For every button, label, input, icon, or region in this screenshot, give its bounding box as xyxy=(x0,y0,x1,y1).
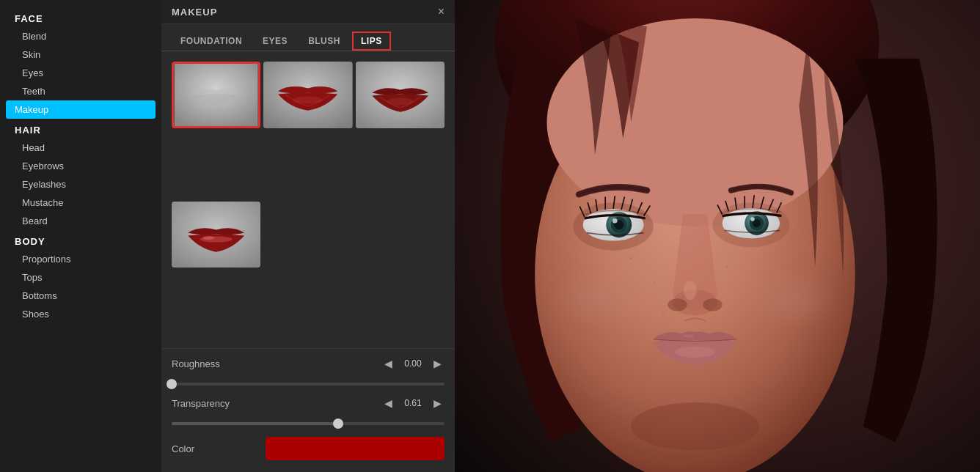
svg-point-36 xyxy=(702,330,703,331)
transparency-value-area: ◀ 0.61 ▶ xyxy=(381,396,445,410)
sidebar-item-proportions[interactable]: Proportions xyxy=(0,250,161,268)
svg-point-32 xyxy=(631,402,759,450)
sidebar-item-teeth[interactable]: Teeth xyxy=(0,82,161,100)
transparency-increment[interactable]: ▶ xyxy=(431,396,445,410)
roughness-slider-thumb[interactable] xyxy=(167,379,177,389)
color-label: Color xyxy=(172,443,260,454)
swatch-medium-red[interactable] xyxy=(356,62,445,128)
sidebar-item-eyes[interactable]: Eyes xyxy=(0,64,161,82)
transparency-label: Transparency xyxy=(172,398,260,409)
tabs-bar: FOUNDATION EYES BLUSH LIPS xyxy=(161,24,455,51)
sidebar-item-eyelashes[interactable]: Eyelashes xyxy=(0,175,161,193)
body-section-header: BODY xyxy=(0,230,161,250)
transparency-value: 0.61 xyxy=(398,398,428,408)
svg-point-19 xyxy=(612,218,618,224)
close-button[interactable]: × xyxy=(438,6,445,18)
sidebar-item-makeup[interactable]: Makeup xyxy=(6,100,156,119)
character-viewport xyxy=(455,0,980,472)
svg-point-33 xyxy=(629,257,632,259)
roughness-increment[interactable]: ▶ xyxy=(431,356,445,371)
hair-section-header: HAIR xyxy=(0,119,161,139)
panel-title: MAKEUP xyxy=(172,7,217,18)
tab-foundation[interactable]: FOUNDATION xyxy=(172,32,251,51)
sidebar-item-tops[interactable]: Tops xyxy=(0,268,161,287)
svg-point-34 xyxy=(654,281,656,283)
roughness-decrement[interactable]: ◀ xyxy=(381,356,395,371)
roughness-label: Roughness xyxy=(172,358,260,369)
character-face-svg xyxy=(455,0,980,472)
roughness-value-area: ◀ 0.00 ▶ xyxy=(381,356,445,371)
controls-section: Roughness ◀ 0.00 ▶ Transparency ◀ 0.61 ▶ xyxy=(161,348,455,472)
svg-point-13 xyxy=(743,266,839,330)
svg-point-30 xyxy=(675,347,715,358)
svg-point-25 xyxy=(750,217,754,221)
lip-swatches-grid xyxy=(161,51,455,348)
makeup-panel: MAKEUP × FOUNDATION EYES BLUSH LIPS xyxy=(161,0,455,472)
sidebar-item-skin[interactable]: Skin xyxy=(0,45,161,64)
tab-lips[interactable]: LIPS xyxy=(352,32,391,51)
sidebar-item-blend[interactable]: Blend xyxy=(0,27,161,45)
svg-point-28 xyxy=(703,298,722,311)
svg-point-7 xyxy=(202,236,214,240)
sidebar-item-head[interactable]: Head xyxy=(0,139,161,157)
roughness-value: 0.00 xyxy=(398,358,428,369)
roughness-row: Roughness ◀ 0.00 ▶ xyxy=(172,356,445,371)
sidebar-item-bottoms[interactable]: Bottoms xyxy=(0,287,161,305)
transparency-row: Transparency ◀ 0.61 ▶ xyxy=(172,396,445,410)
swatch-natural[interactable] xyxy=(172,62,260,128)
sidebar-item-shoes[interactable]: Shoes xyxy=(0,305,161,323)
transparency-slider-fill xyxy=(172,422,338,425)
roughness-slider-track[interactable] xyxy=(172,383,445,386)
swatch-shiny-red[interactable] xyxy=(172,202,260,268)
color-swatch-display[interactable] xyxy=(266,437,445,460)
svg-point-31 xyxy=(683,334,694,337)
svg-point-37 xyxy=(662,314,664,316)
transparency-slider-thumb[interactable] xyxy=(333,418,343,429)
svg-point-2 xyxy=(293,97,323,104)
sidebar: FACE Blend Skin Eyes Teeth Makeup HAIR H… xyxy=(0,0,161,472)
color-row: Color xyxy=(172,437,445,460)
svg-point-12 xyxy=(551,266,647,330)
sidebar-item-mustache[interactable]: Mustache xyxy=(0,193,161,212)
sidebar-item-eyebrows[interactable]: Eyebrows xyxy=(0,157,161,175)
roughness-slider-row xyxy=(172,383,445,386)
swatch-dark-red[interactable] xyxy=(263,62,352,128)
transparency-slider-row xyxy=(172,422,445,425)
tab-blush[interactable]: BLUSH xyxy=(299,32,349,51)
transparency-slider-track[interactable] xyxy=(172,422,445,425)
svg-point-27 xyxy=(668,298,687,311)
sidebar-item-beard[interactable]: Beard xyxy=(0,212,161,230)
transparency-decrement[interactable]: ◀ xyxy=(381,396,395,410)
svg-point-29 xyxy=(684,281,696,300)
tab-eyes[interactable]: EYES xyxy=(254,32,296,51)
svg-point-35 xyxy=(725,265,728,268)
face-section-header: FACE xyxy=(0,7,161,27)
panel-header: MAKEUP × xyxy=(161,0,455,24)
